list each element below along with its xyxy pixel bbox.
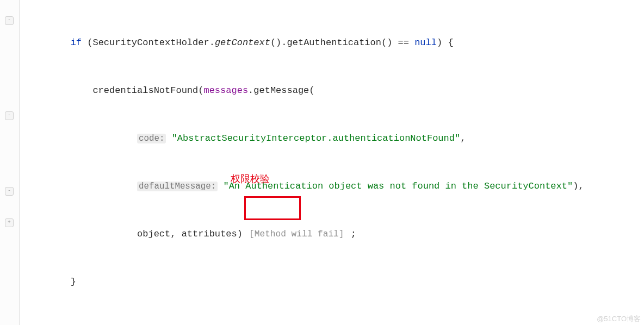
- code-text: credentialsNotFound(: [92, 85, 203, 96]
- code-line[interactable]: }: [20, 273, 644, 290]
- keyword: null: [414, 38, 437, 48]
- static-method: getContext: [215, 38, 270, 48]
- fold-plus-icon[interactable]: +: [5, 218, 14, 227]
- code-text: ,: [460, 133, 466, 143]
- code-text: object, attributes): [137, 229, 243, 239]
- code-area[interactable]: if (SecurityContextHolder.getContext().g…: [20, 3, 644, 325]
- code-line[interactable]: code: "AbstractSecurityInterceptor.authe…: [20, 130, 644, 147]
- watermark: @51CTO博客: [597, 314, 641, 324]
- string-literal: "An Authentication object was not found …: [223, 181, 573, 191]
- param-hint: code:: [137, 134, 166, 143]
- gutter: - - - +: [0, 0, 20, 325]
- fold-minus-icon[interactable]: -: [5, 16, 14, 25]
- code-text: ;: [345, 229, 356, 239]
- code-line[interactable]: if (SecurityContextHolder.getContext().g…: [20, 34, 644, 51]
- code-text: .getMessage(: [248, 85, 314, 96]
- class-ref: SecurityContextHolder: [92, 38, 209, 48]
- annotation-label: 权限校验: [231, 172, 270, 185]
- param-hint: defaultMessage:: [137, 182, 218, 191]
- code-line[interactable]: [20, 321, 644, 325]
- code-line[interactable]: object, attributes) [Method will fail] ;: [20, 226, 644, 242]
- inline-hint: [Method will fail]: [248, 229, 345, 239]
- annotation-box: [244, 196, 301, 220]
- code-text: ),: [573, 181, 584, 191]
- field-ref: messages: [203, 85, 248, 96]
- code-text: ().getAuthentication() ==: [270, 38, 414, 48]
- fold-minus-icon[interactable]: -: [5, 187, 14, 196]
- string-literal: "AbstractSecurityInterceptor.authenticat…: [172, 133, 461, 143]
- brace: }: [71, 277, 76, 287]
- code-editor[interactable]: - - - + if (SecurityContextHolder.getCon…: [0, 0, 644, 325]
- keyword: if: [71, 38, 82, 48]
- fold-minus-icon[interactable]: -: [5, 111, 14, 120]
- code-line[interactable]: defaultMessage: "An Authentication objec…: [20, 178, 644, 195]
- code-line[interactable]: credentialsNotFound(messages.getMessage(: [20, 82, 644, 99]
- code-text: ) {: [437, 38, 454, 48]
